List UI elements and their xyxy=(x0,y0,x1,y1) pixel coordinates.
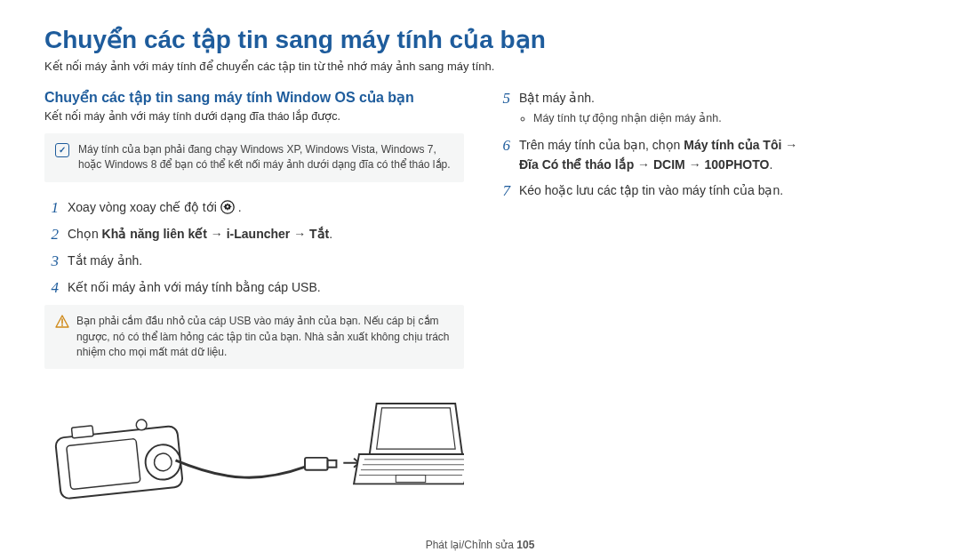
svg-rect-12 xyxy=(328,460,337,468)
footer: Phát lại/Chỉnh sửa 105 xyxy=(0,539,960,551)
warning-note-text: Bạn phải cắm đầu nhỏ của cáp USB vào máy… xyxy=(76,314,452,360)
step-7: 7 Kéo hoặc lưu các tập tin vào máy tính … xyxy=(496,181,916,201)
steps-right: 5 Bật máy ảnh. Máy tính tự động nhận diệ… xyxy=(496,89,916,202)
step-number: 2 xyxy=(44,225,59,244)
step-text: Tắt máy ảnh. xyxy=(68,252,464,271)
step-text-bold-line2: Đĩa Có thể tháo lắp → DCIM → 100PHOTO xyxy=(519,157,769,172)
step-text-pre: Trên máy tính của bạn, chọn xyxy=(519,138,684,152)
step-text-bold: Máy tính của Tôi xyxy=(684,138,781,152)
step-text-pre: Bật máy ảnh. xyxy=(519,91,595,105)
step-4: 4 Kết nối máy ảnh với máy tính bằng cáp … xyxy=(44,278,464,298)
step-text-bold: Khả năng liên kết → i-Launcher → Tắt xyxy=(102,227,330,241)
section-heading: Chuyển các tập tin sang máy tính Window … xyxy=(44,89,464,106)
step-number: 7 xyxy=(496,181,510,201)
step-text: Trên máy tính của bạn, chọn Máy tính của… xyxy=(519,136,916,174)
step-text-after: . xyxy=(769,157,772,172)
page-title: Chuyển các tập tin sang máy tính của bạn xyxy=(44,25,916,54)
svg-rect-6 xyxy=(67,439,140,490)
step-5: 5 Bật máy ảnh. Máy tính tự động nhận diệ… xyxy=(496,89,916,129)
columns: Chuyển các tập tin sang máy tính Window … xyxy=(44,89,916,522)
warning-note: Bạn phải cắm đầu nhỏ của cáp USB vào máy… xyxy=(44,305,464,369)
step-text: Chọn Khả năng liên kết → i-Launcher → Tắ… xyxy=(68,225,464,244)
step-arrow: → xyxy=(781,138,797,152)
svg-point-4 xyxy=(61,324,63,326)
right-column: 5 Bật máy ảnh. Máy tính tự động nhận diệ… xyxy=(496,89,916,522)
svg-rect-11 xyxy=(305,458,328,470)
page-number: 105 xyxy=(516,539,534,551)
left-column: Chuyển các tập tin sang máy tính Window … xyxy=(44,89,464,522)
step-number: 4 xyxy=(44,278,59,298)
gear-icon xyxy=(220,200,235,214)
svg-marker-14 xyxy=(377,408,455,449)
step-number: 6 xyxy=(496,136,510,156)
step-text-pre: Xoay vòng xoay chế độ tới xyxy=(68,200,220,214)
step-text: Xoay vòng xoay chế độ tới . xyxy=(68,198,464,218)
step-2: 2 Chọn Khả năng liên kết → i-Launcher → … xyxy=(44,225,464,244)
warning-icon xyxy=(55,315,68,327)
illustration xyxy=(44,385,464,522)
step-text-after: . xyxy=(329,227,332,241)
info-note-text: Máy tính của bạn phải đang chạy Windows … xyxy=(78,142,452,173)
step-subitem: Máy tính tự động nhận diện máy ảnh. xyxy=(533,110,916,127)
info-note: ✓ Máy tính của bạn phải đang chạy Window… xyxy=(44,133,464,182)
step-number: 5 xyxy=(496,89,510,108)
step-text: Kết nối máy ảnh với máy tính bằng cáp US… xyxy=(68,278,464,298)
step-number: 1 xyxy=(44,198,59,218)
steps-left: 1 Xoay vòng xoay chế độ tới . xyxy=(44,198,464,298)
step-text: Kéo hoặc lưu các tập tin vào máy tính củ… xyxy=(519,181,916,201)
step-1: 1 Xoay vòng xoay chế độ tới . xyxy=(44,198,464,218)
step-6: 6 Trên máy tính của bạn, chọn Máy tính c… xyxy=(496,136,916,174)
step-number: 3 xyxy=(44,252,59,271)
step-3: 3 Tắt máy ảnh. xyxy=(44,252,464,271)
info-icon: ✓ xyxy=(55,143,69,157)
step-text: Bật máy ảnh. Máy tính tự động nhận diện … xyxy=(519,89,916,129)
page-subtitle: Kết nối máy ảnh với máy tính để chuyển c… xyxy=(44,60,916,73)
svg-rect-20 xyxy=(396,476,425,483)
section-subtext: Kết nối máy ảnh với máy tính dưới dạng đ… xyxy=(44,109,464,123)
step-sublist: Máy tính tự động nhận diện máy ảnh. xyxy=(519,110,916,127)
svg-point-10 xyxy=(136,420,148,431)
step-text-after: . xyxy=(238,200,242,214)
page: Chuyển các tập tin sang máy tính của bạn… xyxy=(0,0,960,560)
step-text-pre: Chọn xyxy=(68,227,102,241)
svg-point-1 xyxy=(226,205,228,208)
footer-text: Phát lại/Chỉnh sửa xyxy=(426,539,517,551)
svg-rect-9 xyxy=(71,426,93,438)
